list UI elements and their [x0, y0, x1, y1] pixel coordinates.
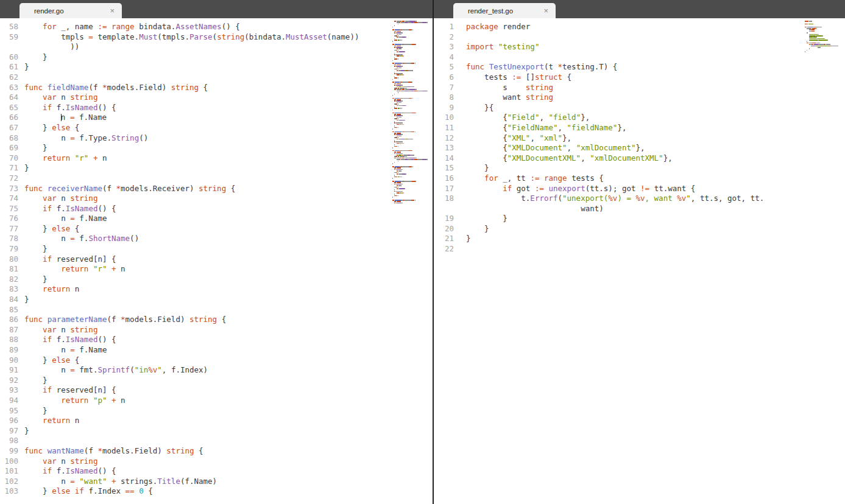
code-line[interactable]: 83 return n: [0, 284, 433, 295]
line-number[interactable]: 62: [0, 72, 18, 83]
code-line[interactable]: 69 }: [0, 143, 433, 153]
code-line[interactable]: 77 } else {: [0, 224, 433, 234]
code-line[interactable]: 14 {"XMLDocumentXML", "xmlDocumentXML"},: [434, 153, 845, 164]
line-number[interactable]: 89: [0, 345, 18, 355]
code-line[interactable]: 22: [434, 244, 845, 254]
code-line[interactable]: 10 {"Field", "field"},: [434, 113, 845, 123]
code-line[interactable]: 100 var n string: [0, 457, 433, 467]
line-number[interactable]: 19: [434, 214, 454, 224]
code-line[interactable]: 91 n = fmt.Sprintf("in%v", f.Index): [0, 365, 433, 376]
line-number[interactable]: 98: [0, 436, 18, 446]
code-line[interactable]: 84}: [0, 295, 433, 305]
code-line[interactable]: 102 n = "want" + strings.Title(f.Name): [0, 477, 433, 487]
line-number[interactable]: 73: [0, 184, 18, 194]
code-line[interactable]: 68 n = f.Type.String(): [0, 133, 433, 144]
code-line[interactable]: 9 }{: [434, 103, 845, 113]
code-line[interactable]: 61}: [0, 62, 433, 72]
minimap[interactable]: [805, 21, 840, 54]
code-line[interactable]: 13 {"XMLDocument", "xmlDocument"},: [434, 143, 845, 153]
line-number[interactable]: 21: [434, 234, 454, 244]
code-line[interactable]: 63func fieldName(f *models.Field) string…: [0, 83, 433, 93]
code-line[interactable]: 96 return n: [0, 416, 433, 426]
code-line[interactable]: 89 n = f.Name: [0, 345, 433, 355]
line-number[interactable]: 69: [0, 143, 18, 153]
code-line[interactable]: 86func parameterName(f *models.Field) st…: [0, 315, 433, 325]
code-line[interactable]: 90 } else {: [0, 355, 433, 366]
line-number[interactable]: 91: [0, 365, 18, 376]
line-number[interactable]: 77: [0, 224, 18, 234]
code-line[interactable]: 4: [434, 52, 845, 63]
tab-render-test-go[interactable]: render_test.go ×: [453, 3, 556, 18]
code-line[interactable]: 18 t.Errorf("unexport(%v) = %v, want %v"…: [434, 194, 845, 204]
line-number[interactable]: 18: [434, 194, 454, 204]
code-line[interactable]: 95 }: [0, 406, 433, 416]
line-number[interactable]: 102: [0, 477, 18, 487]
line-number[interactable]: 22: [434, 244, 454, 254]
code-line[interactable]: )): [0, 42, 433, 52]
code-line[interactable]: 59 tmpls = template.Must(tmpls.Parse(str…: [0, 32, 433, 43]
line-number[interactable]: 100: [0, 457, 18, 467]
line-number[interactable]: [434, 204, 454, 214]
line-number[interactable]: 99: [0, 446, 18, 457]
line-number[interactable]: 16: [434, 173, 454, 184]
code-line[interactable]: 64 var n string: [0, 93, 433, 103]
code-line[interactable]: 3import "testing": [434, 42, 845, 52]
line-number[interactable]: [0, 42, 18, 52]
line-number[interactable]: 78: [0, 234, 18, 244]
line-number[interactable]: 20: [434, 224, 454, 234]
code-line[interactable]: 60 }: [0, 52, 433, 63]
code-line[interactable]: 6 tests := []struct {: [434, 72, 845, 83]
code-line[interactable]: 81 return "r" + n: [0, 264, 433, 275]
code-line[interactable]: 73func receiverName(f *models.Receiver) …: [0, 184, 433, 194]
code-editor-right[interactable]: 1package render23import "testing"45func …: [434, 18, 845, 504]
line-number[interactable]: 83: [0, 284, 18, 295]
code-line[interactable]: 11 {"FieldName", "fieldName"},: [434, 123, 845, 133]
line-number[interactable]: 80: [0, 254, 18, 265]
code-line[interactable]: 58 for _, name := range bindata.AssetNam…: [0, 22, 433, 32]
line-number[interactable]: 95: [0, 406, 18, 416]
line-number[interactable]: 72: [0, 173, 18, 184]
line-number[interactable]: 3: [434, 42, 454, 52]
code-line[interactable]: 101 if f.IsNamed() {: [0, 466, 433, 477]
line-number[interactable]: 70: [0, 153, 18, 164]
line-number[interactable]: 4: [434, 52, 454, 63]
code-line[interactable]: 19 }: [434, 214, 845, 224]
code-line[interactable]: 76 n = f.Name: [0, 214, 433, 224]
code-line[interactable]: 5func TestUnexport(t *testing.T) {: [434, 62, 845, 72]
line-number[interactable]: 2: [434, 32, 454, 43]
line-number[interactable]: 67: [0, 123, 18, 133]
code-line[interactable]: 103 } else if f.Index == 0 {: [0, 486, 433, 497]
code-line[interactable]: 85: [0, 305, 433, 315]
code-line[interactable]: 78 n = f.ShortName(): [0, 234, 433, 244]
line-number[interactable]: 66: [0, 113, 18, 123]
line-number[interactable]: 101: [0, 466, 18, 477]
line-number[interactable]: 71: [0, 163, 18, 173]
code-line[interactable]: 71}: [0, 163, 433, 173]
code-line[interactable]: 16 for _, tt := range tests {: [434, 173, 845, 184]
line-number[interactable]: 84: [0, 295, 18, 305]
code-line[interactable]: 79 }: [0, 244, 433, 254]
line-number[interactable]: 103: [0, 486, 18, 497]
code-line[interactable]: 21}: [434, 234, 845, 244]
line-number[interactable]: 81: [0, 264, 18, 275]
code-line[interactable]: 99func wantName(f *models.Field) string …: [0, 446, 433, 457]
line-number[interactable]: 63: [0, 83, 18, 93]
line-number[interactable]: 97: [0, 426, 18, 436]
line-number[interactable]: 87: [0, 325, 18, 335]
code-line[interactable]: 75 if f.IsNamed() {: [0, 204, 433, 214]
line-number[interactable]: 5: [434, 62, 454, 72]
code-line[interactable]: 62: [0, 72, 433, 83]
code-line[interactable]: 65 if f.IsNamed() {: [0, 103, 433, 113]
tab-close-icon[interactable]: ×: [543, 7, 548, 15]
code-line[interactable]: 97}: [0, 426, 433, 436]
line-number[interactable]: 79: [0, 244, 18, 254]
line-number[interactable]: 74: [0, 194, 18, 204]
line-number[interactable]: 13: [434, 143, 454, 153]
line-number[interactable]: 59: [0, 32, 18, 43]
code-line[interactable]: 70 return "r" + n: [0, 153, 433, 164]
code-line[interactable]: 7 s string: [434, 83, 845, 93]
line-number[interactable]: 75: [0, 204, 18, 214]
tab-render-go[interactable]: render.go ×: [19, 3, 122, 18]
line-number[interactable]: 8: [434, 93, 454, 103]
line-number[interactable]: 6: [434, 72, 454, 83]
